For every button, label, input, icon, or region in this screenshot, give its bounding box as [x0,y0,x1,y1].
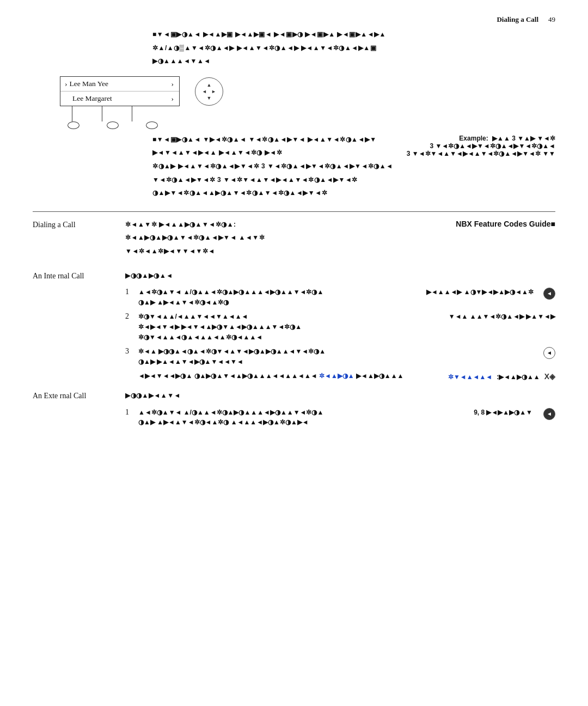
nav-lr-arrows: ◄ ► [202,89,216,94]
step-2-main: ✲◑▼◄▲▲/◄▲▲▼◄◄▼▲◄▲◄ ✲◄▶◄▼◄▶ ▶◄▼◄▲▶◑▼▲◄▶◑▲… [138,312,302,342]
top-garbled-line-2: ✲▲/▲◑▒▲▼◄✲◑▲◄▶ ▶◄▲▼◄✲◑▲◄▶ ▶◄▲▼◄✲◑▲◄▶▲▣ [152,43,555,53]
mid-garbled-block: ■▼◄▣▶◑▲◄ ▼▶◄✲◑▲◄ ▼◄✲◑▲◄▶▼◄ ▶◄▲▼◄✲◑▲◄▶▼ ▶… [152,135,555,202]
nav-down-arrow[interactable]: ▼ [207,95,212,101]
dialing-section: Dialing a Call ✲◄▲▼✲ ▶◄▲▲▶◑▲▼◄✲◑▲: ✲◄▲▶◑… [33,220,555,262]
internal-intro: ▶◑◑▲▶◑▲◄ [125,271,555,284]
note-text1: ◄▶◄▼◄◄▶◑▲ ◑▲▶◑▲▼◄▲▶◑▲▲▲◄◄▲▲◄▲◄ [138,372,317,380]
internal-steps: 1 ▲◄✲◑▲▼◄ ▲/◑▲▲◄✲◑▲▶◑▲▲▲◄▶◑▲▲▼◄✲◑▲ ◑▲▶ ▲… [125,287,555,383]
step-3-number: 3 [125,346,138,356]
ext-step-1-content: ▲◄✲◑▲▼◄ ▲/◑▲▲◄✲◑▲▶◑▲▲▲◄▶◑▲▲▼◄✲◑▲ ◑▲▶ ▲▶◄… [138,407,555,428]
ext-step-1-text2: ◑▲▶ ▲▶◄▲▼◄✲◑◄▲✲◑ ▲◄▲▲◄▶◑▲✲◑▲▶◄ [138,417,323,428]
contact-item-2-arrow: › [171,94,174,103]
dialing-section-content: ✲◄▲▼✲ ▶◄▲▲▶◑▲▼◄✲◑▲: ✲◄▲▶◑▲▶◑▲▼◄✲◑▲◄▶▼◄ ▲… [125,220,555,262]
contact-item-1-arrow: › [171,80,174,88]
ext-step-1-right: 9, 8 ▶◄▶▲▶◑▲▼ ◄ [474,407,555,420]
card-line-2 [102,106,102,121]
external-section-label: An Exte rnal Call [33,391,125,400]
page-header: Dialing a Call 49 [0,0,588,29]
header-page-number: 49 [548,15,555,24]
note-x: X◈ [544,371,555,383]
contact-item-2-text: Lee Margaret [65,94,171,103]
dialing-garbled-3: ▼◄✲◄▲✲▶◄▼▼◄▼✲◄ [125,246,265,257]
top-garbled-line-3: ▶◑▲▲▲◄▼▲◄ [152,56,555,66]
dialing-garbled-block: ✲◄▲▼✲ ▶◄▲▲▶◑▲▼◄✲◑▲: ✲◄▲▶◑▲▶◑▲▼◄✲◑▲◄▶▼◄ ▲… [125,220,265,260]
nav-left-arrow[interactable]: ◄ [202,89,207,94]
external-intro: ▶◑◑▲▶◄▲▼◄ [125,391,555,404]
dialing-section-label: Dialing a Call [33,220,125,229]
ext-step-1-main: ▲◄✲◑▲▼◄ ▲/◑▲▲◄✲◑▲▶◑▲▲▲◄▶◑▲▲▼◄✲◑▲ ◑▲▶ ▲▶◄… [138,407,323,428]
ext-step-1-icon: ◄ [543,408,555,420]
section-divider [33,211,555,212]
note-separator: :▶◄▲▶◑▲▲ [497,372,540,382]
step-1-content: ▲◄✲◑▲▼◄ ▲/◑▲▲◄✲◑▲▶◑▲▲▲◄▶◑▲▲▼◄✲◑▲ ◑▲▶ ▲▶◄… [138,287,555,307]
example-line3: 3 ▼◄✲▼◄▲▼◄▶◄▲▼◄✲◑▲◄▶▼◄✲ ▼▼ [407,150,555,157]
step-2-text2: ✲◄▶◄▼◄▶ ▶◄▼◄▲▶◑▼▲◄▶◑▲▲▲▼◄✲◑▲ [138,322,302,332]
contact-list-item-2[interactable]: Lee Margaret › [60,92,179,106]
step-1-icon: ◄ [543,288,555,300]
card-circle-2 [107,121,119,129]
contact-item-1-prefix: › [65,80,68,88]
contact-list-item-1[interactable]: › Lee Man Yee › [60,77,179,92]
nav-right-arrow[interactable]: ► [211,89,216,94]
step-1-right-text: ▶◄▲▲◄▶ ▲◑▼▶◄▶▲▶◑◄▲✲ [426,287,534,297]
step-3-content: ✲◄▲ ▶◑◑▲◄◑▲◄✲◑▼◄▲▼◄▶◑▲▶◑▲▲◄▼◄✲◑▲ ◑▲▶ ▶▲◄… [138,346,555,367]
mid-line-2: ▶◄▼◄▲▼◄▶◄▲ ▶◄▲▼◄✲◑ ▶◄✲ [152,148,393,158]
internal-step-2: 2 ✲◑▼◄▲▲/◄▲▲▼◄◄▼▲◄▲◄ ✲◄▶◄▼◄▶ ▶◄▼◄▲▶◑▼▲◄▶… [125,312,555,342]
step-3-main: ✲◄▲ ▶◑◑▲◄◑▲◄✲◑▼◄▲▼◄▶◑▲▶◑▲▲◄▼◄✲◑▲ ◑▲▶ ▶▲◄… [138,346,326,367]
example-block: Example: ▶▲▲ 3 ▼▲▶ ▼◄✲ 3 ▼◄✲◑▲◄▶▼◄✲◑▲◄▶▼… [407,135,555,157]
nav-up-arrow[interactable]: ▲ [207,82,212,88]
note-blue2[interactable]: ✲▼◄▲◄▲◄ [448,372,492,382]
ext-step-1-right-text: 9, 8 ▶◄▶▲▶◑▲▼ [474,407,532,418]
header-title: Dialing a Call [497,15,538,24]
example-line2: 3 ▼◄✲◑▲◄▶▼◄✲◑▲◄▶▼◄✲◑▲◄ [407,142,555,150]
step-1-text: ▲◄✲◑▲▼◄ ▲/◑▲▲◄✲◑▲▶◑▲▲▲◄▶◑▲▲▼◄✲◑▲ [138,287,323,297]
content-area: ■▼◄▣▶◑▲◄ ▶◄▲▶▣ ▶◄▲▶▣◄ ▶◄▣▶◑ ▶◄▣▶▲ ▶◄▣▶▲◄… [0,29,588,454]
mid-line-5: ◑▲▶▼◄✲◑▲◄▲▶◑▲▼◄✲◑▲▼◄✲◑▲◄▶▼◄✲ [152,188,393,198]
internal-section-label: An Inte rnal Call [33,271,125,281]
dialing-title-row: ✲◄▲▼✲ ▶◄▲▲▶◑▲▼◄✲◑▲: ✲◄▲▶◑▲▶◑▲▼◄✲◑▲◄▶▼◄ ▲… [125,220,555,260]
external-header-row: An Exte rnal Call ▶◑◑▲▶◄▲▼◄ [33,391,555,404]
step-2-text: ✲◑▼◄▲▲/◄▲▲▼◄◄▼▲◄▲◄ [138,312,302,322]
contact-item-1-text: Lee Man Yee [70,80,171,88]
internal-note-row: ◄▶◄▼◄◄▶◑▲ ◑▲▶◑▲▼◄▲▶◑▲▲▲◄◄▲▲◄▲◄ ✲◄▲▶◑▲ ▶◄… [138,371,555,383]
ext-step-1-number: 1 [125,407,138,417]
step-1-right: ▶◄▲▲◄▶ ▲◑▼▶◄▶▲▶◑◄▲✲ ◄ [426,287,555,300]
internal-call-section: An Inte rnal Call ▶◑◑▲▶◑▲◄ 1 ▲◄✲◑▲▼◄ ▲/◑… [33,271,555,383]
external-intro-text: ▶◑◑▲▶◄▲▼◄ [125,391,555,401]
nav-control[interactable]: ▲ ◄ ► ▼ [195,77,223,106]
mid-line-3: ✲◑▲▶ ▶◄▲▼◄✲◑▲◄▶▼◄✲ 3 ▼◄✲◑▲◄▶▼◄✲◑▲◄▶▼◄✲◑▲… [152,161,393,172]
dialing-garbled-2: ✲◄▲▶◑▲▶◑▲▼◄✲◑▲◄▶▼◄ ▲◄▼✲ [125,233,265,243]
step-3-text2: ◑▲▶ ▶▲◄▲▼◄▶◑▲▼◄◄▼◄ [138,357,326,367]
note-blue1[interactable]: ✲◄▲▶◑▲ [319,372,354,380]
nav-arrows: ▲ ◄ ► ▼ [202,82,216,101]
step-3-icon: ◄ [543,347,555,359]
mid-line-1: ■▼◄▣▶◑▲◄ ▼▶◄✲◑▲◄ ▼◄✲◑▲◄▶▼◄ ▶◄▲▼◄✲◑▲◄▶▼ [152,135,393,145]
step-2-right-text: ▼◄▲ ▲▲▼◄✲◑▲◄▶ ▶▲▼◄▶ [449,313,555,320]
contact-list-box[interactable]: › Lee Man Yee › Lee Margaret › [60,76,180,106]
external-step-1: 1 ▲◄✲◑▲▼◄ ▲/◑▲▲◄✲◑▲▶◑▲▲▲◄▶◑▲▲▼◄✲◑▲ ◑▲▶ ▲… [125,407,555,428]
step-2-content: ✲◑▼◄▲▲/◄▲▲▼◄◄▼▲◄▲◄ ✲◄▶◄▼◄▶ ▶◄▼◄▲▶◑▼▲◄▶◑▲… [138,312,555,342]
note-content: ◄▶◄▼◄◄▶◑▲ ◑▲▶◑▲▼◄▲▶◑▲▲▲◄◄▲▲◄▲◄ ✲◄▲▶◑▲ ▶◄… [138,371,555,383]
internal-header-row: An Inte rnal Call ▶◑◑▲▶◑▲◄ [33,271,555,284]
step-1-text2: ◑▲▶ ▲▶◄▲▼◄✲◑◄▲✲◑ [138,297,323,308]
card-circle-1 [68,121,79,129]
mid-line-4: ▼◄✲◑▲◄▶▼◄✲ 3 ▼◄✲▼◄▲▼◄▶◄▲▼◄✲◑▲◄▶▼◄✲ [152,175,393,185]
example-label-row: Example: ▶▲▲ 3 ▼▲▶ ▼◄✲ [407,135,555,142]
step-3-text: ✲◄▲ ▶◑◑▲◄◑▲◄✲◑▼◄▲▼◄▶◑▲▶◑▲▲◄▼◄✲◑▲ [138,346,326,357]
card-line-1 [72,106,72,121]
top-garbled-line-1: ■▼◄▣▶◑▲◄ ▶◄▲▶▣ ▶◄▲▶▣◄ ▶◄▣▶◑ ▶◄▣▶▲ ▶◄▣▶▲◄… [152,29,555,40]
internal-step-1: 1 ▲◄✲◑▲▼◄ ▲/◑▲▲◄✲◑▲▶◑▲▲▲◄▶◑▲▲▼◄✲◑▲ ◑▲▶ ▲… [125,287,555,307]
step-2-text3: ✲◑▼◄▲▲◄◑▲◄▲▲◄▲✲◑◄▲▲◄ [138,332,302,343]
card-line-3 [132,106,132,121]
step-1-number: 1 [125,287,138,296]
step-2-right: ▼◄▲ ▲▲▼◄✲◑▲◄▶ ▶▲▼◄▶ [449,312,555,322]
ext-step-1-text: ▲◄✲◑▲▼◄ ▲/◑▲▲◄✲◑▲▶◑▲▲▲◄▶◑▲▲▼◄✲◑▲ [138,407,323,418]
card-circle-3 [146,121,158,129]
example-content: ▶▲▲ 3 ▼▲▶ ▼◄✲ [492,135,555,142]
internal-intro-text: ▶◑◑▲▶◑▲◄ [125,271,555,281]
step-1-main: ▲◄✲◑▲▼◄ ▲/◑▲▲◄✲◑▲▶◑▲▲▲◄▶◑▲▲▼◄✲◑▲ ◑▲▶ ▲▶◄… [138,287,323,307]
contact-card-area: › Lee Man Yee › Lee Margaret › [60,76,555,129]
external-steps: 1 ▲◄✲◑▲▼◄ ▲/◑▲▲◄✲◑▲▶◑▲▲▲◄▶◑▲▲▼◄✲◑▲ ◑▲▶ ▲… [125,407,555,428]
nav-control-outer[interactable]: ▲ ◄ ► ▼ [195,77,223,106]
example-label: Example: [459,135,488,142]
